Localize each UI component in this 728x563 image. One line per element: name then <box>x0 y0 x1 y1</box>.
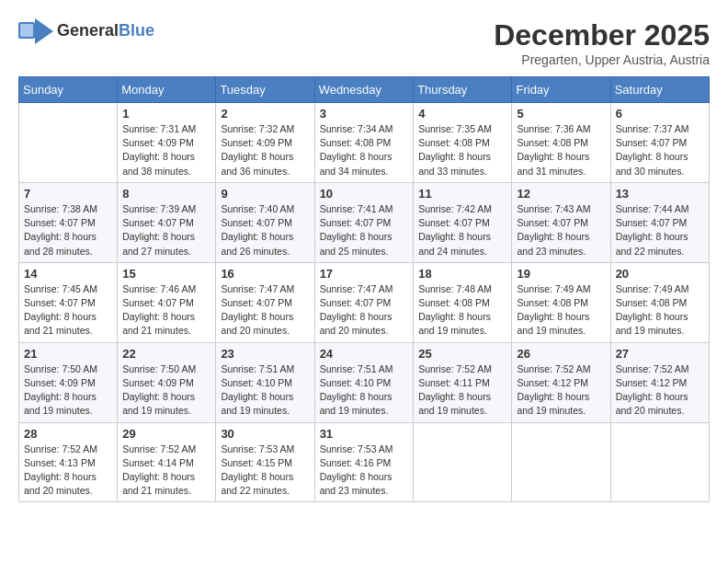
day-cell: 24 Sunrise: 7:51 AM Sunset: 4:10 PM Dayl… <box>314 342 414 422</box>
day-info: Sunrise: 7:38 AM Sunset: 4:07 PM Dayligh… <box>24 202 112 259</box>
sunrise: Sunrise: 7:51 AM <box>320 363 393 374</box>
day-number: 23 <box>221 347 309 361</box>
sunset: Sunset: 4:16 PM <box>320 457 392 468</box>
sunrise: Sunrise: 7:52 AM <box>122 443 196 454</box>
day-info: Sunrise: 7:48 AM Sunset: 4:08 PM Dayligh… <box>418 282 506 339</box>
day-number: 15 <box>122 267 210 281</box>
weekday-header-saturday: Saturday <box>610 77 709 103</box>
sunset: Sunset: 4:08 PM <box>320 137 392 148</box>
day-cell: 17 Sunrise: 7:47 AM Sunset: 4:07 PM Dayl… <box>314 262 414 342</box>
daylight: Daylight: 8 hours and 20 minutes. <box>24 471 97 496</box>
day-number: 6 <box>616 107 704 121</box>
day-cell: 31 Sunrise: 7:53 AM Sunset: 4:16 PM Dayl… <box>314 422 414 502</box>
day-number: 1 <box>122 107 210 121</box>
day-cell: 11 Sunrise: 7:42 AM Sunset: 4:07 PM Dayl… <box>414 182 512 262</box>
day-info: Sunrise: 7:51 AM Sunset: 4:10 PM Dayligh… <box>221 362 309 419</box>
daylight: Daylight: 8 hours and 21 minutes. <box>122 471 195 496</box>
day-info: Sunrise: 7:44 AM Sunset: 4:07 PM Dayligh… <box>616 202 704 259</box>
day-cell: 16 Sunrise: 7:47 AM Sunset: 4:07 PM Dayl… <box>216 262 314 342</box>
day-number: 25 <box>418 347 506 361</box>
week-row-3: 14 Sunrise: 7:45 AM Sunset: 4:07 PM Dayl… <box>19 262 710 342</box>
svg-marker-1 <box>35 18 53 44</box>
day-cell <box>414 422 512 502</box>
sunrise: Sunrise: 7:53 AM <box>320 443 393 454</box>
daylight: Daylight: 8 hours and 20 minutes. <box>320 311 392 336</box>
sunrise: Sunrise: 7:47 AM <box>221 283 294 294</box>
daylight: Daylight: 8 hours and 24 minutes. <box>418 231 491 256</box>
day-number: 3 <box>320 107 409 121</box>
day-number: 13 <box>616 187 704 201</box>
daylight: Daylight: 8 hours and 31 minutes. <box>517 151 589 176</box>
day-number: 7 <box>24 187 112 201</box>
sunrise: Sunrise: 7:37 AM <box>616 123 689 134</box>
sunset: Sunset: 4:08 PM <box>418 297 490 308</box>
sunset: Sunset: 4:07 PM <box>616 217 688 228</box>
sunrise: Sunrise: 7:38 AM <box>24 203 97 214</box>
day-info: Sunrise: 7:40 AM Sunset: 4:07 PM Dayligh… <box>221 202 309 259</box>
day-info: Sunrise: 7:37 AM Sunset: 4:07 PM Dayligh… <box>616 122 704 178</box>
weekday-header-thursday: Thursday <box>414 77 512 103</box>
day-cell: 7 Sunrise: 7:38 AM Sunset: 4:07 PM Dayli… <box>19 182 118 262</box>
sunset: Sunset: 4:07 PM <box>221 297 292 308</box>
day-number: 31 <box>320 427 409 441</box>
day-cell: 23 Sunrise: 7:51 AM Sunset: 4:10 PM Dayl… <box>216 342 314 422</box>
day-info: Sunrise: 7:52 AM Sunset: 4:14 PM Dayligh… <box>122 442 210 499</box>
logo: GeneralBlue <box>18 18 154 44</box>
daylight: Daylight: 8 hours and 27 minutes. <box>122 231 195 256</box>
day-cell: 5 Sunrise: 7:36 AM Sunset: 4:08 PM Dayli… <box>512 103 610 183</box>
day-cell: 28 Sunrise: 7:52 AM Sunset: 4:13 PM Dayl… <box>19 422 118 502</box>
sunset: Sunset: 4:08 PM <box>517 297 588 308</box>
sunrise: Sunrise: 7:46 AM <box>122 283 196 294</box>
daylight: Daylight: 8 hours and 19 minutes. <box>616 311 688 336</box>
sunset: Sunset: 4:08 PM <box>616 297 688 308</box>
logo-blue: Blue <box>119 21 154 40</box>
sunset: Sunset: 4:09 PM <box>122 137 194 148</box>
day-info: Sunrise: 7:51 AM Sunset: 4:10 PM Dayligh… <box>320 362 409 419</box>
daylight: Daylight: 8 hours and 25 minutes. <box>320 231 392 256</box>
sunrise: Sunrise: 7:43 AM <box>517 203 590 214</box>
day-number: 9 <box>221 187 309 201</box>
sunrise: Sunrise: 7:34 AM <box>320 123 393 134</box>
weekday-header-wednesday: Wednesday <box>314 77 414 103</box>
sunrise: Sunrise: 7:50 AM <box>122 363 196 374</box>
day-number: 2 <box>221 107 309 121</box>
title-section: December 2025 Pregarten, Upper Austria, … <box>494 18 710 67</box>
day-number: 17 <box>320 267 409 281</box>
day-cell: 29 Sunrise: 7:52 AM Sunset: 4:14 PM Dayl… <box>118 422 216 502</box>
weekday-header-row: SundayMondayTuesdayWednesdayThursdayFrid… <box>19 77 710 103</box>
day-info: Sunrise: 7:42 AM Sunset: 4:07 PM Dayligh… <box>418 202 506 259</box>
day-cell: 1 Sunrise: 7:31 AM Sunset: 4:09 PM Dayli… <box>118 103 216 183</box>
daylight: Daylight: 8 hours and 19 minutes. <box>418 391 491 416</box>
week-row-4: 21 Sunrise: 7:50 AM Sunset: 4:09 PM Dayl… <box>19 342 710 422</box>
sunrise: Sunrise: 7:49 AM <box>616 283 689 294</box>
logo-icon <box>18 18 53 44</box>
sunrise: Sunrise: 7:31 AM <box>122 123 196 134</box>
sunset: Sunset: 4:07 PM <box>122 297 194 308</box>
sunrise: Sunrise: 7:49 AM <box>517 283 590 294</box>
day-info: Sunrise: 7:49 AM Sunset: 4:08 PM Dayligh… <box>616 282 704 339</box>
sunset: Sunset: 4:07 PM <box>616 137 688 148</box>
day-info: Sunrise: 7:53 AM Sunset: 4:16 PM Dayligh… <box>320 442 409 499</box>
day-info: Sunrise: 7:34 AM Sunset: 4:08 PM Dayligh… <box>320 122 409 178</box>
day-info: Sunrise: 7:32 AM Sunset: 4:09 PM Dayligh… <box>221 122 309 178</box>
day-cell: 26 Sunrise: 7:52 AM Sunset: 4:12 PM Dayl… <box>512 342 610 422</box>
week-row-1: 1 Sunrise: 7:31 AM Sunset: 4:09 PM Dayli… <box>19 103 710 183</box>
daylight: Daylight: 8 hours and 26 minutes. <box>221 231 293 256</box>
sunset: Sunset: 4:12 PM <box>517 377 588 388</box>
day-info: Sunrise: 7:46 AM Sunset: 4:07 PM Dayligh… <box>122 282 210 339</box>
sunrise: Sunrise: 7:36 AM <box>517 123 590 134</box>
sunrise: Sunrise: 7:52 AM <box>24 443 97 454</box>
day-number: 30 <box>221 427 309 441</box>
daylight: Daylight: 8 hours and 23 minutes. <box>517 231 589 256</box>
day-info: Sunrise: 7:52 AM Sunset: 4:12 PM Dayligh… <box>517 362 605 419</box>
page-header: GeneralBlue December 2025 Pregarten, Upp… <box>18 18 710 67</box>
sunset: Sunset: 4:07 PM <box>24 217 96 228</box>
day-number: 28 <box>24 427 112 441</box>
day-number: 19 <box>517 267 605 281</box>
day-info: Sunrise: 7:52 AM Sunset: 4:12 PM Dayligh… <box>616 362 704 419</box>
day-cell: 20 Sunrise: 7:49 AM Sunset: 4:08 PM Dayl… <box>610 262 709 342</box>
day-cell <box>610 422 709 502</box>
sunrise: Sunrise: 7:50 AM <box>24 363 97 374</box>
month-title: December 2025 <box>494 18 710 52</box>
sunrise: Sunrise: 7:52 AM <box>616 363 689 374</box>
